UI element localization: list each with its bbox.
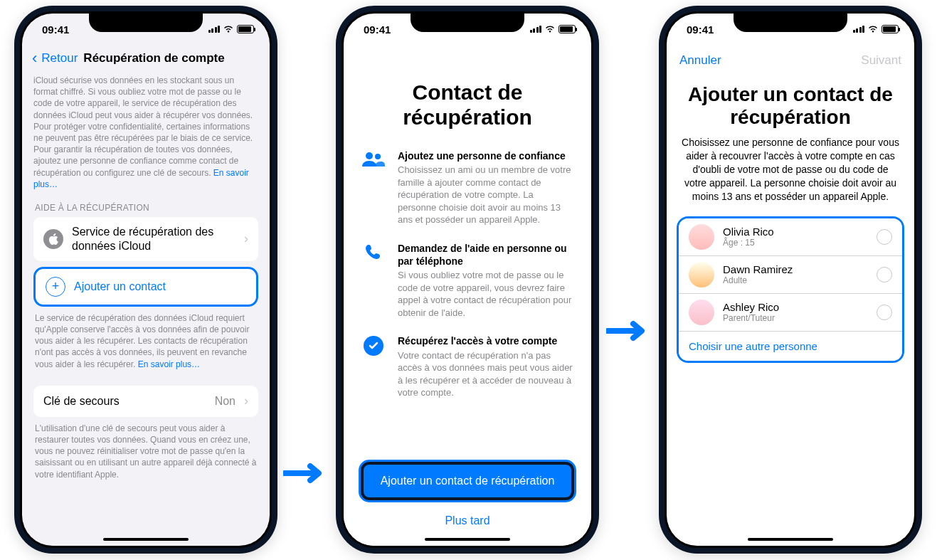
battery-icon — [559, 25, 576, 33]
status-time: 09:41 — [42, 23, 69, 36]
sheet-title: Contact de récupération — [361, 80, 574, 130]
page-description: Choisissez une personne de confiance pou… — [667, 136, 914, 216]
home-indicator — [103, 538, 189, 541]
avatar — [689, 224, 714, 250]
intro-description: iCloud sécurise vos données en les stock… — [33, 75, 258, 190]
row-label: Ajouter un contact — [74, 280, 246, 294]
row-label: Service de récupération des données iClo… — [72, 225, 235, 253]
plus-icon: + — [46, 277, 65, 297]
status-time: 09:41 — [364, 23, 391, 36]
contact-row[interactable]: Dawn Ramirez Adulte — [679, 256, 902, 294]
battery-icon — [237, 25, 254, 33]
contact-row[interactable]: Olivia Rico Âge : 15 — [679, 218, 902, 256]
row-label: Clé de secours — [43, 394, 206, 408]
contact-name: Olivia Rico — [723, 226, 868, 238]
home-indicator — [748, 538, 833, 541]
cancel-button[interactable]: Annuler — [679, 53, 721, 68]
contact-name: Dawn Ramirez — [723, 263, 868, 275]
section-header: AIDE À LA RÉCUPÉRATION — [35, 203, 257, 213]
back-chevron-icon[interactable]: ‹ — [32, 49, 37, 68]
nav-bar: ‹ Retour Récupération de compte — [22, 45, 270, 75]
later-button[interactable]: Plus tard — [361, 510, 574, 532]
check-icon — [361, 334, 386, 356]
feature-desc: Votre contact de récupération n'a pas ac… — [398, 349, 574, 399]
contact-list: Olivia Rico Âge : 15 Dawn Ramirez Adulte… — [677, 216, 904, 363]
row-add-contact[interactable]: + Ajouter un contact — [36, 269, 256, 305]
wifi-icon — [544, 25, 556, 33]
feature-title: Demandez de l'aide en personne ou par té… — [398, 242, 574, 268]
contact-subtitle: Âge : 15 — [723, 238, 868, 248]
people-icon — [361, 149, 386, 168]
page-title: Récupération de compte — [83, 51, 224, 65]
footer-text-1: Le service de récupération des données i… — [35, 312, 257, 370]
phone-3: 09:41 Annuler Suivant Ajouter un contact… — [659, 6, 922, 554]
contact-name: Ashley Rico — [723, 301, 868, 313]
chevron-right-icon: › — [244, 231, 248, 246]
svg-point-1 — [375, 154, 381, 159]
footer-text-2: L'utilisation d'une clé de secours peut … — [35, 423, 257, 480]
row-recovery-key[interactable]: Clé de secours Non › — [33, 386, 258, 417]
arrow-icon — [606, 320, 649, 342]
feature-recover-access: Récupérez l'accès à votre compte Votre c… — [361, 334, 574, 398]
contact-row[interactable]: Ashley Rico Parent/Tuteur — [679, 294, 902, 332]
avatar — [689, 300, 714, 325]
phone-2: 09:41 Contact de récupération Ajoutez un… — [336, 6, 599, 554]
signal-icon — [853, 26, 865, 33]
svg-point-0 — [366, 152, 373, 159]
apple-icon — [43, 229, 63, 249]
battery-icon — [882, 25, 899, 33]
add-recovery-contact-button[interactable]: Ajouter un contact de récupération — [361, 462, 574, 500]
learn-more-link[interactable]: En savoir plus… — [138, 359, 200, 369]
radio-unchecked-icon[interactable] — [877, 229, 892, 245]
back-button[interactable]: Retour — [41, 51, 78, 65]
chevron-right-icon: › — [244, 393, 248, 408]
home-indicator — [425, 538, 510, 541]
feature-desc: Si vous oubliez votre mot de passe ou le… — [398, 269, 574, 319]
feature-title: Récupérez l'accès à votre compte — [398, 334, 574, 347]
radio-unchecked-icon[interactable] — [877, 267, 892, 282]
feature-ask-help: Demandez de l'aide en personne ou par té… — [361, 242, 574, 319]
status-time: 09:41 — [687, 23, 714, 36]
feature-trusted-person: Ajoutez une personne de confiance Choisi… — [361, 149, 574, 226]
row-icloud-recovery[interactable]: Service de récupération des données iClo… — [33, 217, 258, 261]
signal-icon — [530, 26, 542, 33]
feature-title: Ajoutez une personne de confiance — [398, 149, 574, 162]
wifi-icon — [223, 25, 234, 33]
nav-bar: Annuler Suivant — [667, 45, 914, 73]
onboarding-sheet: Contact de récupération Ajoutez une pers… — [344, 52, 591, 546]
contact-subtitle: Adulte — [723, 275, 868, 285]
signal-icon — [208, 26, 221, 33]
wifi-icon — [867, 25, 879, 33]
next-button[interactable]: Suivant — [861, 53, 901, 68]
avatar — [689, 262, 714, 287]
row-value: Non — [215, 395, 235, 408]
contact-subtitle: Parent/Tuteur — [723, 313, 868, 323]
page-title: Ajouter un contact de récupération — [667, 73, 914, 136]
choose-other-person-button[interactable]: Choisir une autre personne — [679, 332, 902, 361]
radio-unchecked-icon[interactable] — [877, 305, 892, 320]
feature-desc: Choisissez un ami ou un membre de votre … — [398, 164, 574, 226]
arrow-icon — [283, 463, 326, 484]
phone-icon — [361, 242, 386, 262]
phone-1: 09:41 ‹ Retour Récupération de compte iC… — [14, 6, 277, 554]
